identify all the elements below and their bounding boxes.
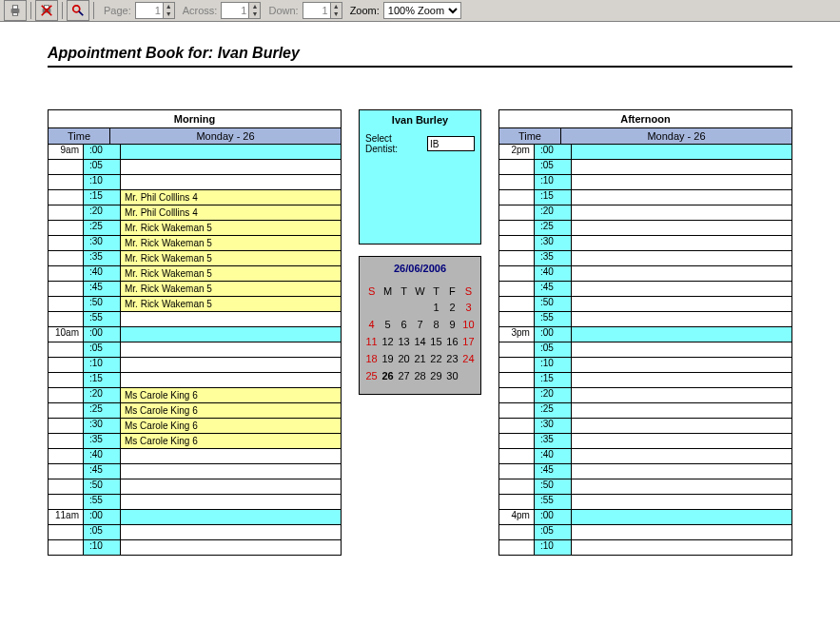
- calendar-day-cell[interactable]: 19: [380, 350, 396, 367]
- across-input[interactable]: [222, 5, 248, 16]
- time-slot-row[interactable]: :30: [499, 418, 791, 433]
- time-slot-row[interactable]: :20: [499, 387, 791, 402]
- appointment-cell[interactable]: [121, 540, 341, 555]
- time-slot-row[interactable]: :10: [49, 539, 341, 555]
- arrow-down-icon[interactable]: ▼: [331, 10, 342, 18]
- calendar-day-cell[interactable]: 4: [363, 316, 380, 333]
- appointment-cell[interactable]: [572, 297, 791, 311]
- time-slot-row[interactable]: :15: [49, 372, 341, 387]
- time-slot-row[interactable]: 11am:00: [49, 509, 341, 524]
- appointment-cell[interactable]: [121, 449, 341, 463]
- time-slot-row[interactable]: :35: [499, 433, 791, 448]
- appointment-cell[interactable]: [572, 251, 791, 265]
- appointment-cell[interactable]: Mr. Phil Colllins 4: [121, 190, 341, 205]
- calendar-day-cell[interactable]: 16: [444, 333, 460, 350]
- time-slot-row[interactable]: :50Mr. Rick Wakeman 5: [49, 296, 341, 311]
- time-slot-row[interactable]: :20Ms Carole King 6: [49, 387, 341, 402]
- time-slot-row[interactable]: :35: [499, 250, 791, 265]
- appointment-cell[interactable]: [121, 145, 341, 159]
- time-slot-row[interactable]: :15: [499, 189, 791, 205]
- time-slot-row[interactable]: :05: [49, 342, 341, 357]
- time-slot-row[interactable]: :45: [49, 463, 341, 479]
- time-slot-row[interactable]: :55: [499, 311, 791, 326]
- arrow-up-icon[interactable]: ▲: [164, 3, 174, 10]
- zoom-select[interactable]: 100% Zoom: [383, 2, 461, 19]
- calendar-day-cell[interactable]: 2: [444, 299, 460, 316]
- time-slot-row[interactable]: :40: [499, 448, 791, 463]
- no-print-button[interactable]: [35, 0, 58, 21]
- arrow-down-icon[interactable]: ▼: [249, 10, 260, 18]
- appointment-cell[interactable]: [121, 525, 341, 539]
- arrow-down-icon[interactable]: ▼: [164, 10, 174, 18]
- time-slot-row[interactable]: :05: [49, 159, 341, 174]
- time-slot-row[interactable]: :05: [499, 524, 791, 539]
- appointment-cell[interactable]: [121, 312, 341, 326]
- time-slot-row[interactable]: :30Ms Carole King 6: [49, 418, 341, 433]
- appointment-cell[interactable]: [121, 342, 341, 357]
- time-slot-row[interactable]: :20: [499, 205, 791, 220]
- appointment-cell[interactable]: Mr. Rick Wakeman 5: [121, 297, 341, 311]
- time-slot-row[interactable]: :50: [499, 296, 791, 311]
- appointment-cell[interactable]: Mr. Rick Wakeman 5: [121, 266, 341, 281]
- time-slot-row[interactable]: :30Mr. Rick Wakeman 5: [49, 235, 341, 250]
- appointment-cell[interactable]: [572, 419, 791, 433]
- appointment-cell[interactable]: [572, 175, 791, 189]
- time-slot-row[interactable]: :35Mr. Rick Wakeman 5: [49, 250, 341, 265]
- time-slot-row[interactable]: :10: [499, 174, 791, 189]
- calendar-day-cell[interactable]: 3: [460, 299, 477, 316]
- time-slot-row[interactable]: 3pm:00: [499, 326, 791, 342]
- calendar-day-cell[interactable]: 10: [460, 316, 477, 333]
- time-slot-row[interactable]: :30: [499, 235, 791, 250]
- arrow-up-icon[interactable]: ▲: [331, 3, 342, 10]
- appointment-cell[interactable]: [121, 327, 341, 342]
- appointment-cell[interactable]: Mr. Rick Wakeman 5: [121, 251, 341, 265]
- appointment-cell[interactable]: [572, 160, 791, 174]
- appointment-cell[interactable]: Ms Carole King 6: [121, 403, 341, 418]
- time-slot-row[interactable]: :40: [499, 265, 791, 281]
- calendar-day-cell[interactable]: 1: [428, 299, 444, 316]
- down-input[interactable]: [303, 5, 330, 16]
- calendar-day-cell[interactable]: 26: [380, 367, 396, 384]
- calendar-day-cell[interactable]: 7: [412, 316, 428, 333]
- calendar-day-cell[interactable]: 15: [428, 333, 444, 350]
- calendar-day-cell[interactable]: 6: [396, 316, 412, 333]
- calendar-day-cell[interactable]: 8: [428, 316, 444, 333]
- appointment-cell[interactable]: Mr. Rick Wakeman 5: [121, 236, 341, 250]
- time-slot-row[interactable]: :35Ms Carole King 6: [49, 433, 341, 448]
- calendar-day-cell[interactable]: 25: [363, 367, 380, 384]
- appointment-cell[interactable]: [572, 327, 791, 342]
- appointment-cell[interactable]: [121, 464, 341, 479]
- page-input[interactable]: [136, 5, 163, 16]
- appointment-cell[interactable]: [572, 221, 791, 235]
- appointment-cell[interactable]: Ms Carole King 6: [121, 434, 341, 448]
- dentist-code-input[interactable]: [427, 136, 475, 151]
- time-slot-row[interactable]: :10: [49, 174, 341, 189]
- time-slot-row[interactable]: 10am:00: [49, 326, 341, 342]
- down-spinner[interactable]: ▲▼: [303, 2, 342, 19]
- time-slot-row[interactable]: :50: [49, 479, 341, 494]
- appointment-cell[interactable]: [572, 205, 791, 220]
- appointment-cell[interactable]: [572, 266, 791, 281]
- time-slot-row[interactable]: :05: [499, 342, 791, 357]
- calendar-day-cell[interactable]: 17: [460, 333, 477, 350]
- appointment-cell[interactable]: Mr. Phil Colllins 4: [121, 205, 341, 220]
- calendar-day-cell[interactable]: 9: [444, 316, 460, 333]
- time-slot-row[interactable]: :40Mr. Rick Wakeman 5: [49, 265, 341, 281]
- appointment-cell[interactable]: [572, 434, 791, 448]
- appointment-cell[interactable]: [572, 358, 791, 372]
- appointment-cell[interactable]: [572, 449, 791, 463]
- time-slot-row[interactable]: :15Mr. Phil Colllins 4: [49, 189, 341, 205]
- appointment-cell[interactable]: [572, 190, 791, 205]
- appointment-cell[interactable]: [572, 282, 791, 296]
- across-spinner[interactable]: ▲▼: [221, 2, 261, 19]
- calendar-day-cell[interactable]: 22: [428, 350, 444, 367]
- time-slot-row[interactable]: :40: [49, 448, 341, 463]
- time-slot-row[interactable]: :05: [49, 524, 341, 539]
- appointment-cell[interactable]: [572, 464, 791, 479]
- appointment-cell[interactable]: [121, 495, 341, 509]
- time-slot-row[interactable]: :55: [49, 494, 341, 509]
- calendar-day-cell[interactable]: 5: [380, 316, 396, 333]
- appointment-cell[interactable]: [121, 479, 341, 494]
- calendar-day-cell[interactable]: 27: [396, 367, 412, 384]
- calendar-day-cell[interactable]: 11: [363, 333, 380, 350]
